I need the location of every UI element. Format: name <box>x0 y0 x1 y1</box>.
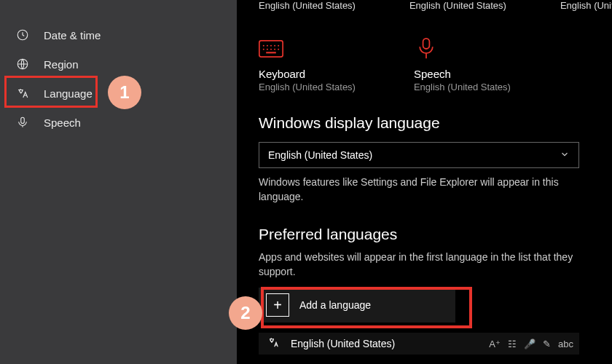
add-language-label: Add a language <box>299 299 371 311</box>
sidebar-item-speech[interactable]: Speech <box>0 108 237 137</box>
section-heading-display-language: Windows display language <box>259 114 593 132</box>
annotation-callout-1: 1 <box>108 76 141 109</box>
section-heading-preferred: Preferred languages <box>259 226 593 243</box>
language-overview-row: English (United States) English (United … <box>259 0 593 11</box>
language-icon <box>15 87 31 100</box>
device-subtitle: English (United States) <box>414 82 511 92</box>
device-title: Speech <box>414 68 451 80</box>
svg-point-6 <box>270 45 272 47</box>
svg-rect-14 <box>266 52 276 53</box>
svg-point-13 <box>278 49 279 50</box>
svg-point-4 <box>263 45 264 47</box>
chevron-down-icon <box>560 149 570 162</box>
preferred-language-row[interactable]: English (United States) A⁺ ☷ 🎤 ✎ abc <box>259 333 579 355</box>
keyboard-icon <box>259 36 283 62</box>
device-keyboard[interactable]: Keyboard English (United States) <box>259 36 356 92</box>
display-language-helper: Windows features like Settings and File … <box>259 175 579 204</box>
svg-point-8 <box>278 45 279 47</box>
language-feature-icons: A⁺ ☷ 🎤 ✎ abc <box>489 339 573 349</box>
feature-icon: ☷ <box>508 339 517 349</box>
device-speech[interactable]: Speech English (United States) <box>414 36 511 92</box>
display-language-select[interactable]: English (United States) <box>259 142 579 168</box>
overview-value: English (United States) <box>560 0 612 11</box>
preferred-helper: Apps and websites will appear in the fir… <box>259 250 579 279</box>
globe-icon <box>15 58 31 71</box>
overview-value: English (United States) <box>259 0 356 11</box>
feature-icon: 🎤 <box>524 339 536 349</box>
svg-rect-15 <box>423 39 430 49</box>
sidebar-item-region[interactable]: Region <box>0 50 237 79</box>
svg-point-12 <box>274 49 275 50</box>
svg-point-10 <box>267 49 268 50</box>
settings-sidebar: Date & time Region Language Speech <box>0 0 237 364</box>
feature-icon: abc <box>558 339 573 349</box>
annotation-callout-2: 2 <box>229 296 262 330</box>
feature-icon: ✎ <box>543 339 551 349</box>
svg-point-11 <box>270 49 272 50</box>
device-title: Keyboard <box>259 68 305 80</box>
svg-point-7 <box>274 45 275 47</box>
preferred-language-label: English (United States) <box>291 338 489 349</box>
device-subtitle: English (United States) <box>259 82 356 92</box>
microphone-icon <box>15 116 31 129</box>
add-language-button[interactable]: + Add a language <box>259 288 455 323</box>
sidebar-item-label: Date & time <box>44 29 101 41</box>
select-value: English (United States) <box>268 149 372 161</box>
settings-main-panel: English (United States) English (United … <box>237 0 612 364</box>
overview-value: English (United States) <box>409 0 506 11</box>
microphone-icon <box>414 36 439 62</box>
sidebar-item-label: Region <box>44 58 79 71</box>
svg-point-5 <box>267 45 268 47</box>
svg-point-9 <box>263 49 264 50</box>
svg-rect-2 <box>21 117 25 123</box>
clock-icon <box>15 28 31 41</box>
feature-icon: A⁺ <box>489 339 501 349</box>
device-row: Keyboard English (United States) Speech … <box>259 36 593 92</box>
plus-icon: + <box>266 293 289 317</box>
sidebar-item-label: Language <box>44 87 93 100</box>
language-pack-icon <box>267 336 280 352</box>
sidebar-item-date-time[interactable]: Date & time <box>0 20 237 50</box>
sidebar-item-label: Speech <box>44 116 81 129</box>
